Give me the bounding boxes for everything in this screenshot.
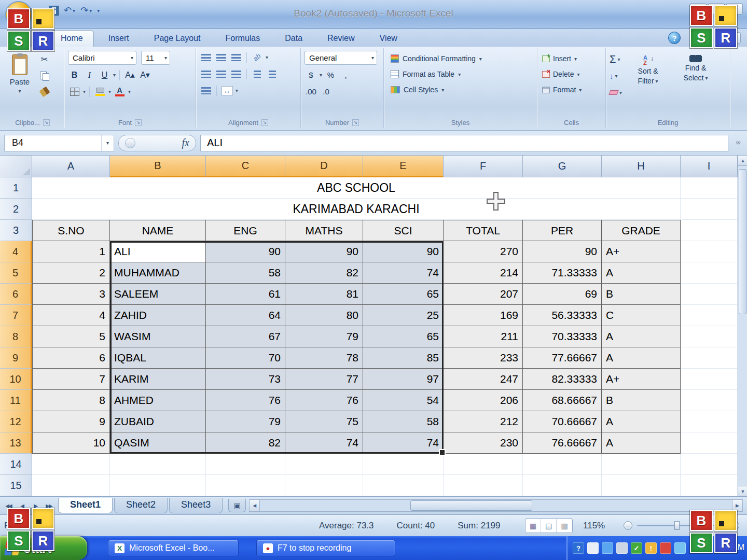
cell-H9[interactable]: A (602, 347, 681, 369)
insert-cells-button[interactable]: Insert ▾ (541, 51, 602, 66)
underline-button[interactable]: U (98, 68, 111, 81)
increase-decimal-button[interactable]: .00 (305, 85, 317, 98)
cell-H4[interactable]: A+ (602, 241, 681, 262)
cell-H13[interactable]: A (602, 432, 681, 454)
cell-F15[interactable] (444, 475, 523, 496)
format-painter-button[interactable] (38, 85, 51, 98)
cell-G6[interactable]: 69 (523, 284, 602, 305)
cell-H12[interactable]: A (602, 411, 681, 432)
cell-E11[interactable]: 54 (363, 390, 444, 411)
tab-formulas[interactable]: Formulas (215, 31, 271, 47)
align-middle-button[interactable] (215, 51, 228, 64)
cell-G8[interactable]: 70.33333 (523, 326, 602, 347)
cell-B3[interactable]: NAME (110, 220, 206, 241)
percent-style-button[interactable]: % (324, 68, 337, 81)
cell-D8[interactable]: 79 (285, 326, 363, 347)
cell-I4[interactable] (681, 241, 738, 262)
tab-home[interactable]: Home (50, 30, 94, 47)
cell-F5[interactable]: 214 (444, 262, 523, 284)
font-name-select[interactable]: Calibri▾ (68, 51, 136, 65)
cut-button[interactable]: ✂ (38, 53, 51, 66)
zoom-level[interactable]: 115% (583, 521, 605, 531)
zoom-slider-thumb[interactable] (674, 521, 680, 530)
underline-dropdown[interactable]: ▾ (113, 72, 116, 78)
cell-C15[interactable] (206, 475, 285, 496)
wrap-text-button[interactable] (200, 84, 213, 97)
cell-F9[interactable]: 233 (444, 347, 523, 369)
help-button[interactable]: ? (668, 32, 681, 44)
row-header-13[interactable]: 13 (0, 432, 32, 454)
font-dialog-launcher[interactable] (135, 119, 142, 126)
sheet-tab-sheet3[interactable]: Sheet3 (169, 498, 223, 513)
cell-A6[interactable]: 3 (32, 284, 110, 305)
accounting-dropdown[interactable]: ▾ (320, 72, 322, 78)
align-center-button[interactable] (215, 67, 228, 80)
messenger-icon[interactable] (674, 542, 686, 554)
cell-A12[interactable]: 9 (32, 411, 110, 432)
cell-I15[interactable] (681, 475, 738, 496)
vertical-scroll-thumb[interactable] (739, 169, 746, 314)
cell-E13[interactable]: 74 (363, 432, 444, 454)
cell-B6[interactable]: SALEEM (110, 284, 206, 305)
cell-D12[interactable]: 75 (285, 411, 363, 432)
taskbar-task-2[interactable]: ●F7 to stop recording (256, 540, 395, 556)
column-header-E[interactable]: E (363, 156, 444, 177)
cell-A14[interactable] (32, 454, 110, 475)
cell-H7[interactable]: C (602, 305, 681, 326)
cell-C7[interactable]: 64 (206, 305, 285, 326)
cell-I13[interactable] (681, 432, 738, 454)
insert-worksheet-button[interactable]: ▣ (228, 499, 246, 512)
column-header-C[interactable]: C (206, 156, 285, 177)
borders-button[interactable] (68, 85, 81, 98)
cell-F13[interactable]: 230 (444, 432, 523, 454)
cell-C4[interactable]: 90 (206, 241, 285, 262)
cell-A7[interactable]: 4 (32, 305, 110, 326)
row-header-7[interactable]: 7 (0, 305, 32, 326)
cell-B9[interactable]: IQBAL (110, 347, 206, 369)
cell-G5[interactable]: 71.33333 (523, 262, 602, 284)
column-header-H[interactable]: H (602, 156, 681, 177)
number-format-select[interactable]: General▾ (305, 51, 377, 65)
cell-E15[interactable] (363, 475, 444, 496)
decrease-indent-button[interactable] (251, 67, 264, 80)
cell-B14[interactable] (110, 454, 206, 475)
bold-button[interactable]: B (68, 68, 81, 81)
cell-C13[interactable]: 82 (206, 432, 285, 454)
cell-D5[interactable]: 82 (285, 262, 363, 284)
normal-view-button[interactable]: ▦ (525, 519, 541, 533)
cell-B11[interactable]: AHMED (110, 390, 206, 411)
cell-G15[interactable] (523, 475, 602, 496)
cell-C6[interactable]: 61 (206, 284, 285, 305)
cell-H8[interactable]: A (602, 326, 681, 347)
cell-H6[interactable]: B (602, 284, 681, 305)
cell-H14[interactable] (602, 454, 681, 475)
cell-G13[interactable]: 76.66667 (523, 432, 602, 454)
row-header-12[interactable]: 12 (0, 411, 32, 432)
row-header-10[interactable]: 10 (0, 369, 32, 390)
cell-C12[interactable]: 79 (206, 411, 285, 432)
cell-A8[interactable]: 5 (32, 326, 110, 347)
row-header-6[interactable]: 6 (0, 284, 32, 305)
alert-icon[interactable] (660, 542, 671, 554)
cell-E6[interactable]: 65 (363, 284, 444, 305)
merged-cell-row-2[interactable]: KARIMABAD KARACHI (32, 199, 681, 220)
cell-H15[interactable] (602, 475, 681, 496)
cell-F4[interactable]: 270 (444, 241, 523, 262)
network-icon[interactable] (602, 542, 613, 554)
cell-B13[interactable]: QASIM (110, 432, 206, 454)
align-bottom-button[interactable] (230, 51, 243, 64)
cell-I3[interactable] (681, 220, 738, 241)
cell-E10[interactable]: 97 (363, 369, 444, 390)
row-header-5[interactable]: 5 (0, 262, 32, 284)
cell-E5[interactable]: 74 (363, 262, 444, 284)
cell-D9[interactable]: 78 (285, 347, 363, 369)
taskbar-task-1[interactable]: XMicrosoft Excel - Boo... (108, 540, 239, 556)
sheet-tab-sheet1[interactable]: Sheet1 (58, 498, 113, 513)
column-header-D[interactable]: D (285, 156, 363, 177)
cell-G7[interactable]: 56.33333 (523, 305, 602, 326)
cell-A4[interactable]: 1 (32, 241, 110, 262)
borders-dropdown[interactable]: ▾ (83, 89, 86, 94)
cell-C9[interactable]: 70 (206, 347, 285, 369)
cell-B8[interactable]: WASIM (110, 326, 206, 347)
cell-F10[interactable]: 247 (444, 369, 523, 390)
